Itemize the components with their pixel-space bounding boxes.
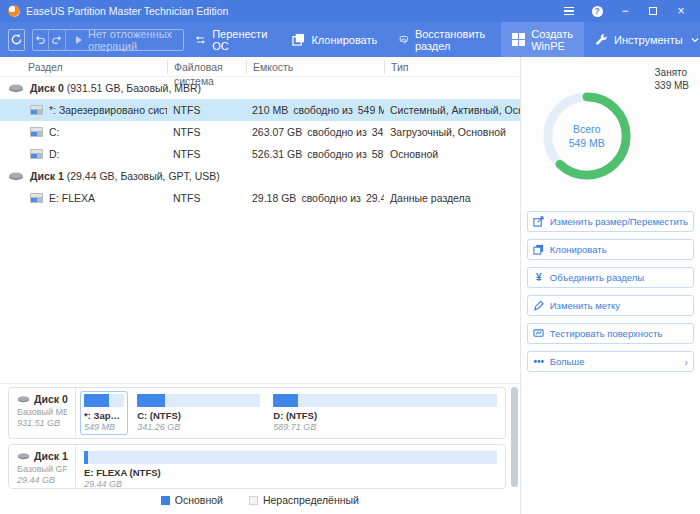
col-type[interactable]: Тип	[384, 60, 520, 74]
partition-icon	[30, 193, 43, 203]
minimize-icon[interactable]: −	[616, 3, 634, 19]
disk-details: (931.51 GB, Базовый, MBR)	[67, 82, 201, 94]
type-value: Основной	[384, 148, 520, 160]
window-title: EaseUS Partition Master Technician Editi…	[26, 5, 228, 17]
capacity-value: 210 MBсвободно из549 MB	[246, 104, 384, 116]
partition-name: D:	[49, 148, 60, 160]
refresh-button[interactable]	[8, 29, 25, 51]
pending-operations-button[interactable]: Нет отложенных операций	[66, 30, 183, 50]
app-logo-icon	[8, 5, 20, 17]
table-row-disk0[interactable]: Диск 0 (931.51 GB, Базовый, MBR)	[0, 77, 520, 99]
table-row-d[interactable]: D: NTFS 526.31 GBсвободно из589.71 GB Ос…	[0, 143, 520, 165]
legend-unallocated-swatch	[249, 496, 258, 505]
capacity-value: 526.31 GBсвободно из589.71 GB	[246, 148, 384, 160]
partition-table: Раздел Файловая система Емкость Тип Диск…	[0, 57, 520, 383]
winpe-grid-icon	[512, 33, 526, 47]
table-row-system-reserved[interactable]: *: Зарезервировано системой NTFS 210 MBс…	[0, 99, 520, 121]
action-surface-test[interactable]: Тестировать поверхность	[527, 323, 694, 344]
donut-used-label: Занято 339 MB	[655, 66, 689, 92]
chevron-down-icon	[691, 37, 699, 43]
undo-button[interactable]	[33, 30, 50, 50]
partition-icon	[30, 105, 43, 115]
diskmap-scrollbar[interactable]	[511, 387, 518, 487]
disk-name: Диск 1	[30, 170, 64, 182]
chevron-right-icon: ›	[684, 356, 688, 368]
operations-group: Нет отложенных операций	[32, 29, 185, 51]
table-row-e[interactable]: E: FLEXA NTFS 29.18 GBсвободно из29.44 G…	[0, 187, 520, 209]
clone-button[interactable]: Клонировать	[281, 22, 388, 57]
action-change-label[interactable]: Изменить метку	[527, 295, 694, 316]
capacity-value: 29.18 GBсвободно из29.44 GB	[246, 192, 384, 204]
partition-name: C:	[49, 126, 60, 138]
maximize-icon[interactable]	[644, 3, 662, 19]
create-winpe-button[interactable]: Создать WinPE	[501, 22, 584, 57]
clone-icon	[292, 33, 305, 46]
disk-icon	[8, 83, 24, 93]
legend-primary-swatch	[161, 496, 170, 505]
type-value: Данные раздела	[384, 192, 520, 204]
recover-partition-icon	[399, 33, 409, 46]
resize-move-icon	[533, 216, 545, 228]
recover-partition-button[interactable]: Восстановить раздел	[388, 22, 500, 57]
col-partition[interactable]: Раздел	[0, 60, 167, 74]
col-filesystem[interactable]: Файловая система	[167, 60, 246, 74]
redo-button[interactable]	[49, 30, 66, 50]
capacity-value: 263.07 GBсвободно из341.26 GB	[246, 126, 384, 138]
action-resize-move[interactable]: Изменить размер/Переместить	[527, 211, 694, 232]
type-value: Системный, Активный, Основной	[384, 104, 520, 116]
disk-name: Диск 0	[30, 82, 64, 94]
table-row-disk1[interactable]: Диск 1 (29.44 GB, Базовый, GPT, USB)	[0, 165, 520, 187]
disk1-size: 29.44 GB	[17, 475, 75, 485]
action-merge-partitions[interactable]: ¥ Объединить разделы	[527, 267, 694, 288]
action-label: Клонировать	[550, 244, 607, 255]
more-dots-icon: •••	[533, 356, 545, 368]
play-icon	[76, 36, 82, 44]
diskmap-legend: Основной Нераспределённый	[0, 494, 520, 506]
merge-icon: ¥	[533, 272, 545, 284]
disk-icon	[8, 171, 24, 181]
redo-icon	[51, 34, 63, 46]
disk-map: Диск 0 Базовый MBR 931.51 GB *: Зарезе..…	[0, 383, 520, 514]
close-icon[interactable]: ×	[672, 3, 690, 19]
map-partition-c[interactable]: C: (NTFS) 341.26 GB	[133, 391, 264, 435]
main-panel: Раздел Файловая система Емкость Тип Диск…	[0, 57, 521, 514]
map-partition-system-reserved[interactable]: *: Зарезе... 549 MB	[80, 391, 128, 435]
filesystem-value: NTFS	[167, 192, 246, 204]
menu-icon[interactable]	[560, 3, 578, 19]
help-icon[interactable]: ?	[588, 3, 606, 19]
tools-wrench-icon	[595, 33, 608, 46]
disk-icon	[17, 452, 30, 460]
clone-icon	[533, 244, 545, 256]
app-window: EaseUS Partition Master Technician Editi…	[0, 0, 700, 514]
tools-button[interactable]: Инструменты	[584, 22, 700, 57]
disk-details: (29.44 GB, Базовый, GPT, USB)	[67, 170, 220, 182]
disk1-type: Базовый GPT	[17, 464, 67, 474]
type-value: Загрузочный, Основной	[384, 126, 520, 138]
refresh-icon	[10, 33, 23, 46]
migrate-os-icon	[195, 34, 206, 46]
map-partition-d[interactable]: D: (NTFS) 589.71 GB	[269, 391, 500, 435]
toolbar: Нет отложенных операций Перенести ОС Кло…	[0, 22, 700, 57]
disk1-label[interactable]: Диск 1 Базовый GPT 29.44 GB	[9, 445, 76, 488]
table-header: Раздел Файловая система Емкость Тип	[0, 57, 520, 77]
disk0-label[interactable]: Диск 0 Базовый MBR 931.51 GB	[9, 388, 76, 438]
action-list: Изменить размер/Переместить Клонировать …	[521, 209, 700, 379]
partition-name: *: Зарезервировано системой	[49, 104, 167, 116]
filesystem-value: NTFS	[167, 126, 246, 138]
diskmap-disk1: Диск 1 Базовый GPT 29.44 GB E: FLEXA (NT…	[8, 444, 506, 489]
action-label: Объединить разделы	[550, 272, 644, 283]
disk-icon	[17, 395, 30, 403]
migrate-os-button[interactable]: Перенести ОС	[184, 22, 281, 57]
col-capacity[interactable]: Емкость	[246, 60, 384, 74]
legend-primary: Основной	[161, 494, 223, 506]
partition-icon	[30, 149, 43, 159]
map-partition-e[interactable]: E: FLEXA (NTFS) 29.44 GB	[80, 448, 501, 485]
action-label: Изменить размер/Переместить	[550, 216, 688, 227]
action-more[interactable]: ••• Больше ›	[527, 351, 694, 372]
action-clone[interactable]: Клонировать	[527, 239, 694, 260]
table-row-c[interactable]: C: NTFS 263.07 GBсвободно из341.26 GB За…	[0, 121, 520, 143]
donut-total-label: Всего 549 MB	[538, 87, 636, 185]
pending-operations-label: Нет отложенных операций	[88, 28, 173, 52]
partition-icon	[30, 127, 43, 137]
filesystem-value: NTFS	[167, 104, 246, 116]
